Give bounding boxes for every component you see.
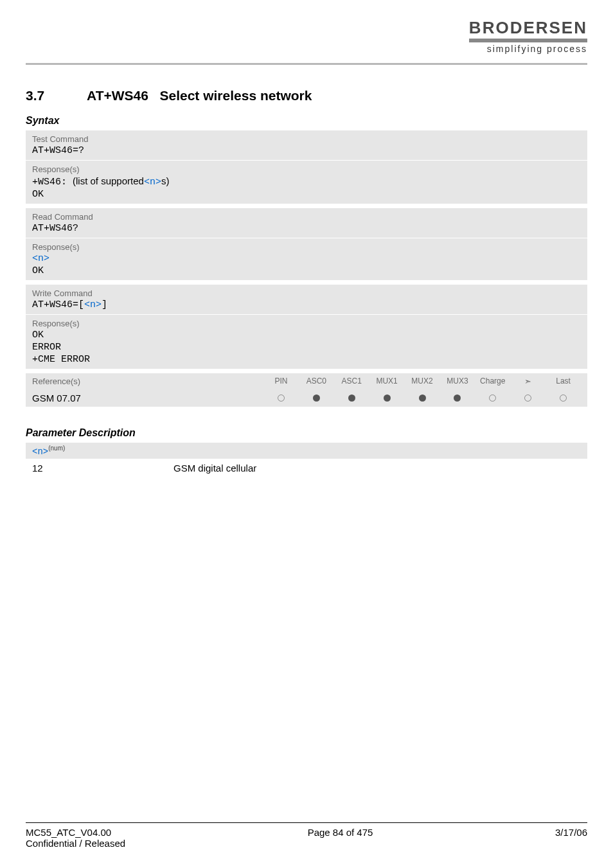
col-mux3: MUX3 — [440, 376, 475, 386]
header-rule — [26, 63, 587, 65]
param-value-row: 12 GSM digital cellular — [26, 459, 587, 477]
reference-value: GSM 07.07 — [32, 393, 263, 403]
test-resp-param: <n> — [144, 177, 161, 188]
reference-columns: PIN ASC0 ASC1 MUX1 MUX2 MUX3 Charge ➣ La… — [263, 376, 581, 386]
footer-date: 3/17/06 — [555, 827, 587, 849]
write-cmd-prefix: AT+WS46= — [32, 299, 78, 310]
write-response-label: Response(s) — [32, 319, 581, 328]
write-resp-error: ERROR — [32, 342, 581, 353]
section-cmd: AT+WS46 — [87, 88, 148, 103]
tool-icon: ➣ — [524, 376, 531, 386]
col-tool-icon: ➣ — [510, 376, 546, 386]
write-cmd-param: <n> — [84, 299, 102, 310]
test-resp-ok: OK — [32, 189, 581, 200]
page-footer: MC55_ATC_V04.00 Confidential / Released … — [26, 822, 587, 849]
dot-empty-icon — [278, 394, 285, 402]
read-command-block: Read Command AT+WS46? — [26, 208, 587, 238]
reference-header-row: Reference(s) PIN ASC0 ASC1 MUX1 MUX2 MUX… — [26, 373, 587, 389]
page-header: BRODERSEN simplifying process — [26, 19, 587, 59]
test-command-syntax: AT+WS46=? — [32, 145, 581, 156]
status-dot-charge — [475, 393, 510, 403]
param-desc-heading: Parameter Description — [26, 427, 587, 439]
col-last: Last — [546, 376, 581, 386]
col-charge: Charge — [475, 376, 510, 386]
dot-filled-icon — [454, 394, 461, 402]
write-resp-cme: +CME ERROR — [32, 354, 581, 365]
dot-filled-icon — [419, 394, 426, 402]
section-number: 3.7 — [26, 88, 84, 103]
dot-empty-icon — [524, 394, 531, 402]
logo-tagline: simplifying process — [469, 44, 587, 54]
read-command-label: Read Command — [32, 212, 581, 222]
dot-filled-icon — [384, 394, 391, 402]
write-cmd-close: ] — [102, 299, 107, 310]
status-dot-pin — [263, 393, 299, 403]
col-mux1: MUX1 — [369, 376, 405, 386]
dot-empty-icon — [489, 394, 496, 402]
dot-empty-icon — [560, 394, 567, 402]
write-command-label: Write Command — [32, 288, 581, 298]
param-value-desc: GSM digital cellular — [173, 463, 256, 474]
param-value-key: 12 — [32, 463, 173, 474]
write-cmd-open: [ — [78, 299, 84, 310]
dot-filled-icon — [348, 394, 355, 402]
test-resp-text1: (list of supported — [73, 175, 144, 186]
read-command-syntax: AT+WS46? — [32, 223, 581, 234]
status-dot-➣ — [510, 393, 546, 403]
col-mux2: MUX2 — [405, 376, 440, 386]
read-response-label: Response(s) — [32, 242, 581, 252]
write-response-block: Response(s) OK ERROR +CME ERROR — [26, 315, 587, 369]
section-name: Select wireless network — [159, 88, 312, 103]
param-tag-name: <n> — [32, 447, 48, 457]
param-tag-sup: (num) — [48, 445, 65, 452]
footer-confidential: Confidential / Released — [26, 838, 125, 849]
test-response-line: +WS46: (list of supported<n>s) — [32, 175, 581, 188]
read-response-block: Response(s) <n> OK — [26, 238, 587, 281]
logo-text: BRODERSEN — [469, 19, 587, 36]
status-dot-asc0 — [299, 393, 334, 403]
read-resp-param: <n> — [32, 253, 581, 264]
status-dot-mux3 — [440, 393, 475, 403]
footer-page: Page 84 of 475 — [308, 827, 373, 849]
status-dot-mux1 — [369, 393, 405, 403]
param-tag: <n>(num) — [26, 443, 587, 459]
reference-data-row: GSM 07.07 — [26, 389, 587, 407]
test-resp-text2: s) — [161, 175, 170, 186]
logo-bar — [469, 39, 587, 42]
parameter-description: Parameter Description <n>(num) 12 GSM di… — [26, 427, 587, 477]
footer-left: MC55_ATC_V04.00 Confidential / Released — [26, 827, 125, 849]
col-pin: PIN — [263, 376, 299, 386]
footer-rule — [26, 822, 587, 823]
dot-filled-icon — [313, 394, 320, 402]
test-response-block: Response(s) +WS46: (list of supported<n>… — [26, 161, 587, 204]
test-resp-prefix: +WS46: — [32, 177, 73, 188]
reference-label: Reference(s) — [32, 376, 263, 386]
status-dot-mux2 — [405, 393, 440, 403]
brand-logo: BRODERSEN simplifying process — [469, 19, 587, 54]
status-dot-last — [546, 393, 581, 403]
write-command-block: Write Command AT+WS46=[<n>] — [26, 285, 587, 315]
test-response-label: Response(s) — [32, 164, 581, 174]
test-command-label: Test Command — [32, 134, 581, 144]
footer-doc-id: MC55_ATC_V04.00 — [26, 827, 125, 838]
write-command-syntax: AT+WS46=[<n>] — [32, 299, 581, 310]
section-title: 3.7 AT+WS46 Select wireless network — [26, 88, 587, 103]
test-command-block: Test Command AT+WS46=? — [26, 130, 587, 161]
write-resp-ok: OK — [32, 330, 581, 341]
reference-dots — [263, 393, 581, 403]
syntax-heading: Syntax — [26, 115, 587, 127]
col-asc1: ASC1 — [334, 376, 369, 386]
status-dot-asc1 — [334, 393, 369, 403]
read-resp-ok: OK — [32, 265, 581, 276]
col-asc0: ASC0 — [299, 376, 334, 386]
